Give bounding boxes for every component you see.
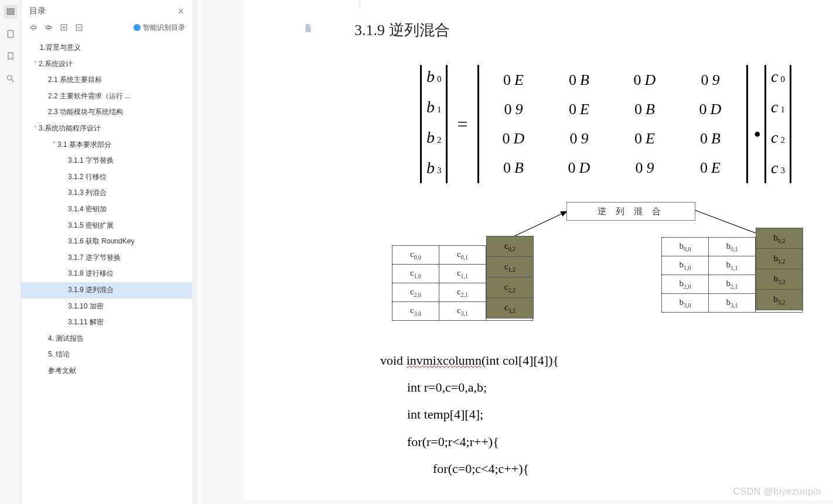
- chevron-down-icon: ˅: [32, 124, 39, 134]
- matrix-cell: 0B: [613, 95, 678, 124]
- toc-item[interactable]: ˅3.系统功能程序设计: [21, 121, 192, 137]
- code-line: void invmixcolumn(int col[4][4]){: [380, 347, 833, 374]
- toc-item[interactable]: 3.1.4 密钥加: [21, 201, 192, 218]
- toc-list: 1.背景与意义˅2.系统设计2.1 系统主要目标2.2 主要软件需求（运行 ..…: [21, 37, 192, 386]
- bookmark-icon[interactable]: [4, 49, 18, 63]
- matrix-cell: 09: [547, 124, 613, 153]
- toc-item-label: 3.1.7 逆字节替换: [68, 252, 121, 265]
- paragraph-handle-icon[interactable]: [304, 23, 312, 35]
- toc-item[interactable]: 参考文献: [21, 363, 192, 379]
- toc-item[interactable]: ˅3.1 基本要求部分: [21, 137, 192, 153]
- dot-operator: •: [750, 122, 763, 147]
- smart-detect-dot-icon: [134, 24, 141, 31]
- c-grid-cell: c1,0: [392, 265, 439, 283]
- matrix-bar: [446, 65, 448, 183]
- toc-item-label: 3.1.9 逆列混合: [68, 284, 114, 297]
- smart-detect-label: 智能识别目录: [143, 23, 185, 33]
- b-grid-cell: b1,0: [662, 256, 709, 275]
- search-icon[interactable]: [4, 71, 18, 85]
- page-icon[interactable]: [4, 27, 18, 41]
- toc-item-label: 1.背景与意义: [40, 42, 81, 54]
- toc-item[interactable]: 3.1.11 解密: [21, 314, 192, 331]
- b-grid-cell: b2,0: [662, 275, 709, 294]
- svg-rect-7: [46, 27, 52, 29]
- toc-item[interactable]: 3.1.8 逆行移位: [21, 266, 192, 282]
- b-grid-cell: b2,1: [709, 275, 756, 294]
- svg-line-5: [12, 80, 14, 82]
- c-grid-hi-cell: c3,2: [487, 298, 534, 318]
- toc-item-label: 3.1.6 获取 RoundKey: [68, 235, 134, 248]
- matrix-cell: 09: [678, 66, 744, 95]
- c-highlight-column: c0,2c1,2c2,2c3,2: [486, 236, 534, 318]
- toc-item[interactable]: 5. 结论: [21, 347, 192, 363]
- toc-item[interactable]: 1.背景与意义: [21, 40, 192, 56]
- toc-item[interactable]: 3.1.3 列混合: [21, 185, 192, 201]
- c-grid-hi-cell: c2,2: [487, 277, 534, 298]
- matrix-cell: 0E: [482, 66, 547, 95]
- vector-entry: c3: [771, 159, 785, 181]
- c-grid-hi-cell: c1,2: [487, 257, 534, 277]
- toc-item[interactable]: 3.1.1 字节替换: [21, 153, 192, 169]
- content-area: 3.1.9 逆列混合 b0b1b2b3 = 0E0B0D09090E0B0D0D…: [193, 0, 833, 504]
- matrix-cell: 0D: [678, 95, 744, 124]
- matrix-equation: b0b1b2b3 = 0E0B0D09090E0B0D0D090E0B0B0D0…: [245, 44, 833, 194]
- equals-sign: =: [450, 114, 474, 135]
- toc-item[interactable]: 2.1 系统主要目标: [21, 72, 192, 88]
- c-grid-cell: c3,1: [439, 302, 486, 321]
- code-line: for(c=0;c<4;c++){: [380, 455, 833, 482]
- vector-entry: c0: [771, 67, 785, 90]
- add-heading-icon[interactable]: [59, 22, 69, 33]
- vertical-ruler: [193, 0, 197, 504]
- b-grid-hi-cell: b2,2: [756, 269, 803, 290]
- toc-item[interactable]: 3.1.6 获取 RoundKey: [21, 234, 192, 250]
- collapse-all-icon[interactable]: [28, 22, 39, 33]
- outline-icon[interactable]: [4, 5, 18, 19]
- b-grid-hi-cell: b1,2: [756, 249, 803, 269]
- matrix-cell: 09: [482, 95, 547, 124]
- svg-rect-6: [30, 27, 36, 29]
- close-icon[interactable]: ×: [177, 6, 184, 16]
- toc-item[interactable]: 3.1.7 逆字节替换: [21, 250, 192, 266]
- code-line: int r=0,c=0,a,b;: [380, 374, 833, 401]
- toc-item[interactable]: 4. 测试报告: [21, 331, 192, 347]
- diagram-label-box: 逆 列 混 合: [566, 202, 695, 221]
- smart-detect-button[interactable]: 智能识别目录: [134, 23, 185, 33]
- c-grid-cell: c2,0: [392, 283, 439, 302]
- matrix-cell: 09: [613, 153, 678, 183]
- b-grid-cell: b3,1: [709, 294, 756, 313]
- left-rail: [0, 0, 21, 504]
- toc-item[interactable]: 2.2 主要软件需求（运行 ...: [21, 88, 192, 105]
- toc-item[interactable]: 3.1.5 密钥扩展: [21, 218, 192, 234]
- toc-item[interactable]: 3.1.9 逆列混合: [21, 282, 192, 299]
- toc-item[interactable]: ˅2.系统设计: [21, 56, 192, 73]
- matrix-cell: 0E: [678, 153, 744, 183]
- toc-item[interactable]: 3.1.2 行移位: [21, 169, 192, 186]
- toc-item-label: 2.3 功能模块与系统结构: [48, 106, 123, 119]
- toc-item-label: 3.系统功能程序设计: [39, 122, 101, 135]
- toc-item-label: 3.1.4 密钥加: [68, 203, 107, 216]
- toc-item[interactable]: 3.1.10 加密: [21, 299, 192, 315]
- c-grid-cell: c1,1: [439, 265, 486, 283]
- chevron-down-icon: ˅: [32, 59, 39, 69]
- mix-column-diagram: 逆 列 混 合 c0,0c0,1c0,3c1,0c1,1c1,3c2,0c2,1…: [245, 200, 833, 334]
- toc-sidebar: 目录 × 智能识别目录 1.背景与意义˅2.系统设计2.1 系统主要目标2.2 …: [21, 0, 193, 504]
- matrix-cell: 0D: [613, 66, 678, 95]
- page-margin-marker: [360, 0, 360, 8]
- b-grid-cell: b0,1: [709, 238, 756, 256]
- b-grid-cell: b3,0: [662, 294, 709, 313]
- b-grid-cell: b1,1: [709, 256, 756, 275]
- toc-item-label: 参考文献: [48, 365, 76, 378]
- svg-rect-0: [7, 9, 14, 10]
- matrix-cell: 0E: [547, 95, 613, 124]
- svg-rect-3: [8, 30, 13, 37]
- code-block: void invmixcolumn(int col[4][4]){ int r=…: [245, 334, 833, 482]
- vector-entry: c1: [771, 98, 785, 120]
- b-grid-cell: b0,0: [662, 238, 709, 256]
- toc-item[interactable]: 2.3 功能模块与系统结构: [21, 104, 192, 121]
- svg-line-13: [507, 211, 567, 239]
- matrix-cell: 0B: [482, 153, 547, 183]
- remove-heading-icon[interactable]: [74, 22, 84, 33]
- matrix-cell: 0D: [482, 124, 547, 153]
- expand-all-icon[interactable]: [43, 22, 54, 33]
- toc-item-label: 3.1 基本要求部分: [57, 139, 111, 152]
